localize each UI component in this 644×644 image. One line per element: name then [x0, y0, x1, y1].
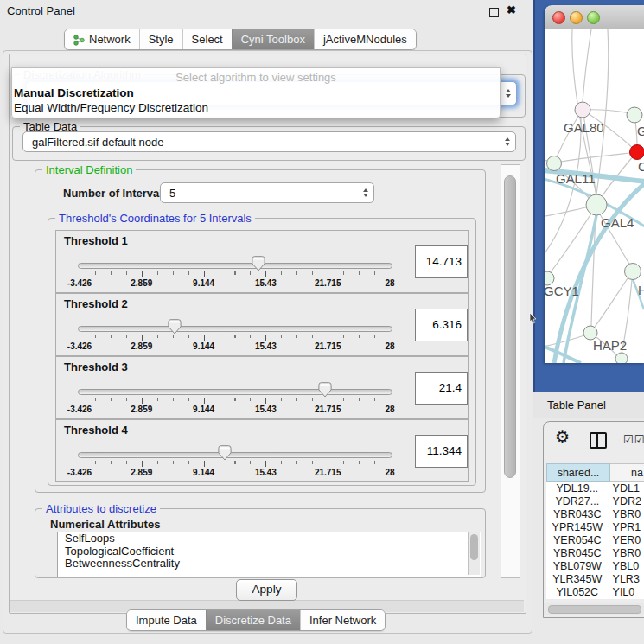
table-horizontal-scrollbar-thumb[interactable] [548, 605, 641, 614]
threshold-slider-track[interactable] [78, 389, 392, 395]
node-gal11[interactable] [547, 156, 562, 171]
algorithm-option-equal-width[interactable]: Equal Width/Frequency Discretization [12, 100, 500, 115]
number-of-intervals-combobox[interactable]: 5 [160, 182, 374, 203]
node-label-hap2: HAP2 [593, 338, 627, 353]
close-icon[interactable]: ✖ [507, 3, 516, 16]
node-h[interactable] [625, 264, 641, 280]
tab-select[interactable]: Select [182, 29, 232, 49]
scale-label: 9.144 [193, 468, 214, 477]
apply-button[interactable]: Apply [236, 579, 297, 601]
tab-discretize-data-label: Discretize Data [215, 614, 291, 627]
table-data-combobox[interactable]: galFiltered.sif default node [22, 131, 516, 152]
cell-name: YBR0 [609, 547, 644, 560]
select-columns-icon[interactable]: ☑☑ [623, 433, 644, 446]
threshold-label: Threshold 2 [64, 297, 128, 310]
attribute-list-item[interactable]: BetweennessCentrality [58, 558, 481, 571]
threshold-slider-thumb[interactable] [252, 256, 265, 271]
zoom-traffic-light-icon[interactable] [587, 11, 600, 24]
main-vertical-scrollbar[interactable] [501, 164, 520, 578]
tab-discretize-data[interactable]: Discretize Data [206, 610, 300, 630]
cell-shared-name: YDL19... [546, 482, 609, 495]
scale-label: 15.43 [255, 468, 277, 477]
threshold-slider-track[interactable] [78, 452, 392, 458]
scale-label: -3.426 [67, 468, 92, 477]
table-body: YDL19... YDL1 YDR27... YDR2 YBR043C YBR0… [546, 482, 644, 599]
attribute-list-item[interactable]: SelfLoops [58, 532, 481, 545]
attributes-list-scrollbar[interactable] [468, 532, 480, 575]
gear-icon[interactable]: ⚙ [555, 427, 570, 447]
scale-label: 9.144 [193, 278, 214, 288]
attributes-list-scrollbar-thumb[interactable] [470, 534, 478, 560]
attribute-list-item[interactable]: TopologicalCoefficient [58, 545, 481, 558]
node-red-selected[interactable] [630, 145, 644, 160]
main-vertical-scrollbar-thumb[interactable] [504, 175, 516, 478]
tab-impute-data-label: Impute Data [136, 614, 197, 627]
split-columns-icon[interactable] [590, 432, 607, 449]
threshold-slider-thumb[interactable] [318, 382, 332, 398]
node-label-gal80: GAL80 [564, 120, 604, 135]
scale-label: 21.715 [315, 278, 341, 288]
table-row[interactable]: YLR345W YLR3 [546, 573, 644, 586]
node-label-c: C [638, 159, 644, 174]
scale-label: 28 [385, 341, 394, 351]
threshold-panel: Threshold 2 -3.426 2.859 9.144 15.43 21.… [55, 293, 469, 356]
float-window-icon[interactable] [489, 8, 499, 17]
table-row[interactable]: YDL19... YDL1 [546, 482, 644, 495]
threshold-slider-thumb[interactable] [168, 319, 182, 335]
tab-cyni-toolbox-label: Cyni Toolbox [241, 33, 305, 46]
table-row[interactable]: YBL079W YBL0 [546, 560, 644, 573]
cell-name: YDL1 [609, 482, 644, 495]
table-row[interactable]: YBR043C YBR0 [546, 508, 644, 521]
threshold-slider-track[interactable] [78, 263, 392, 269]
table-column-name[interactable]: na [610, 463, 644, 482]
threshold-slider-track[interactable] [78, 326, 392, 332]
node-label-gcy1: GCY1 [545, 284, 579, 298]
threshold-value-field[interactable]: 11.344 [415, 435, 468, 468]
threshold-value-field[interactable]: 6.316 [415, 309, 468, 341]
tab-impute-data[interactable]: Impute Data [127, 610, 206, 630]
control-panel-tabbar: Network Style Select Cyni Toolbox jActiv… [64, 29, 417, 50]
tab-network[interactable]: Network [65, 29, 139, 49]
threshold-value-field[interactable]: 14.713 [415, 245, 468, 278]
node-gal80[interactable] [575, 102, 590, 118]
tab-infer-network[interactable]: Infer Network [300, 610, 385, 630]
table-row[interactable]: YBR045C YBR0 [546, 547, 644, 560]
tab-jactivemnodules[interactable]: jActiveMNodules [314, 29, 416, 49]
network-window-titlebar[interactable] [545, 5, 644, 29]
table-row[interactable]: YDR27... YDR2 [546, 495, 644, 508]
scale-label: 28 [385, 468, 394, 477]
scale-label: 2.859 [131, 341, 152, 351]
node-bottom[interactable] [615, 353, 628, 363]
threshold-panel: Threshold 1 -3.426 2.859 9.144 15.43 21.… [55, 230, 469, 293]
cell-name: YER0 [609, 534, 644, 547]
scale-label: 21.715 [315, 405, 341, 414]
tab-style[interactable]: Style [139, 29, 182, 49]
table-horizontal-scrollbar[interactable] [544, 603, 644, 615]
table-header-row: shared... na [546, 463, 644, 482]
mouse-cursor [529, 312, 537, 328]
slider-scale-labels: -3.426 2.859 9.144 15.43 21.715 28 [80, 341, 390, 351]
tab-style-label: Style [149, 33, 174, 46]
close-traffic-light-icon[interactable] [552, 11, 565, 24]
table-row[interactable]: YIL052C YIL0 [546, 586, 644, 599]
network-icon [73, 34, 85, 46]
threshold-slider-thumb[interactable] [218, 445, 232, 461]
table-panel-title: Table Panel [547, 392, 606, 418]
network-canvas[interactable]: GAL80 G C GAL11 GAL4 GCY1 H HAP2 [545, 29, 644, 363]
scale-label: 9.144 [193, 405, 214, 414]
table-data-selected-value: galFiltered.sif default node [32, 136, 501, 149]
table-column-shared-name[interactable]: shared... [546, 463, 610, 482]
numerical-attributes-list[interactable]: SelfLoopsTopologicalCoefficientBetweenne… [57, 532, 481, 577]
minimize-traffic-light-icon[interactable] [570, 11, 583, 24]
algorithm-dropdown-popup: Select algorithm to view settings Manual… [11, 67, 501, 118]
threshold-value-field[interactable]: 21.4 [415, 372, 468, 405]
node-gal4[interactable] [586, 194, 607, 215]
cell-shared-name: YBR043C [546, 508, 609, 521]
table-panel-titlebar: Table Panel [533, 392, 644, 418]
scale-label: 21.715 [315, 341, 341, 351]
algorithm-option-manual[interactable]: Manual Discretization [12, 86, 500, 100]
table-row[interactable]: YPR145W YPR1 [546, 521, 644, 534]
table-row[interactable]: YER054C YER0 [546, 534, 644, 547]
tab-cyni-toolbox[interactable]: Cyni Toolbox [232, 29, 314, 49]
node-g[interactable] [627, 107, 642, 123]
